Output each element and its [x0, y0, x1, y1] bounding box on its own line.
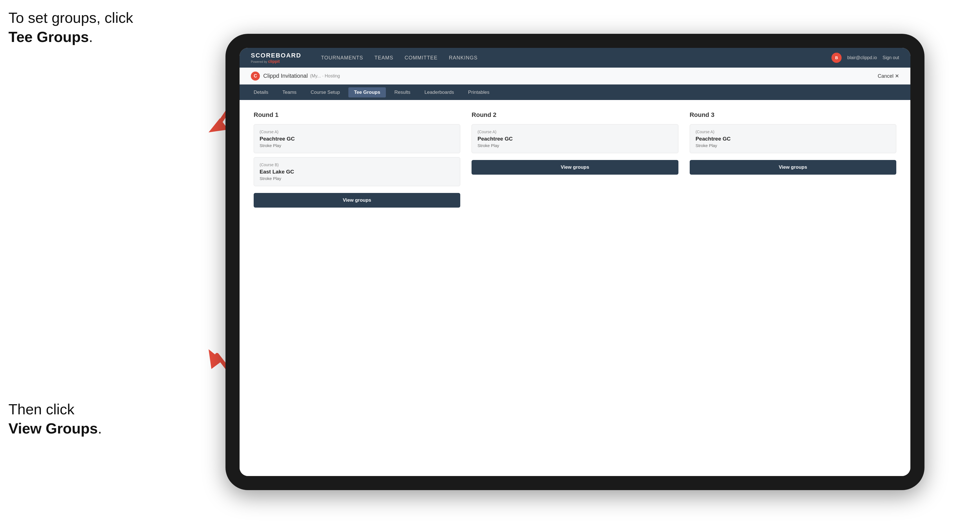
instruction-top-period: . — [89, 29, 93, 45]
tab-teams[interactable]: Teams — [277, 87, 302, 97]
tab-course-setup[interactable]: Course Setup — [305, 87, 345, 97]
sign-out-link[interactable]: Sign out — [883, 55, 899, 60]
round-3-column: Round 3 (Course A) Peachtree GC Stroke P… — [690, 111, 896, 208]
logo-sub: Powered by clippit — [251, 59, 301, 63]
round-1-course-a-label: (Course A) — [259, 130, 454, 134]
tournament-header: C Clippd Invitational (My... · Hosting C… — [240, 68, 910, 84]
round-2-course-a-card: (Course A) Peachtree GC Stroke Play — [471, 124, 678, 153]
nav-right: B blair@clippd.io Sign out — [832, 53, 899, 63]
round-1-course-a-name: Peachtree GC — [259, 136, 454, 142]
round-1-label: Round 1 — [254, 111, 460, 119]
instruction-top-bold: Tee Groups — [8, 29, 89, 45]
svg-marker-3 — [208, 349, 223, 369]
tournament-logo-icon: C — [251, 71, 260, 81]
cancel-button[interactable]: Cancel ✕ — [878, 73, 899, 79]
round-2-course-a-format: Stroke Play — [477, 143, 672, 148]
round-3-course-a-card: (Course A) Peachtree GC Stroke Play — [690, 124, 896, 153]
round-1-view-groups-button[interactable]: View groups — [254, 193, 460, 208]
tab-bar: Details Teams Course Setup Tee Groups Re… — [240, 84, 910, 100]
nav-rankings[interactable]: RANKINGS — [449, 55, 478, 61]
round-2-course-a-label: (Course A) — [477, 130, 672, 134]
round-2-course-a-name: Peachtree GC — [477, 136, 672, 142]
round-3-label: Round 3 — [690, 111, 896, 119]
nav-committee[interactable]: COMMITTEE — [405, 55, 438, 61]
round-3-course-a-name: Peachtree GC — [695, 136, 890, 142]
nav-tournaments[interactable]: TOURNAMENTS — [321, 55, 363, 61]
instruction-bottom-line1: Then click — [8, 401, 75, 417]
nav-links: TOURNAMENTS TEAMS COMMITTEE RANKINGS — [321, 55, 818, 61]
round-1-course-b-format: Stroke Play — [259, 176, 454, 181]
round-3-view-groups-button[interactable]: View groups — [690, 160, 896, 175]
nav-teams[interactable]: TEAMS — [375, 55, 393, 61]
round-1-course-a-format: Stroke Play — [259, 143, 454, 148]
round-3-course-a-label: (Course A) — [695, 130, 890, 134]
logo-text: SCOREBOARD — [251, 52, 301, 59]
round-2-view-groups-button[interactable]: View groups — [471, 160, 678, 175]
instruction-bottom-bold: View Groups — [8, 420, 98, 437]
round-3-course-a-format: Stroke Play — [695, 143, 890, 148]
tournament-name: Clippd Invitational — [263, 73, 308, 79]
instruction-bottom: Then click View Groups. — [8, 400, 102, 438]
logo-area: SCOREBOARD Powered by clippit — [251, 52, 301, 63]
instruction-bottom-period: . — [98, 420, 102, 437]
round-2-column: Round 2 (Course A) Peachtree GC Stroke P… — [471, 111, 678, 208]
tablet-screen: SCOREBOARD Powered by clippit TOURNAMENT… — [240, 48, 910, 476]
round-1-course-b-card: (Course B) East Lake GC Stroke Play — [254, 157, 460, 186]
user-avatar: B — [832, 53, 842, 63]
round-1-course-a-card: (Course A) Peachtree GC Stroke Play — [254, 124, 460, 153]
tablet-device: SCOREBOARD Powered by clippit TOURNAMENT… — [226, 34, 924, 490]
round-1-course-b-name: East Lake GC — [259, 169, 454, 175]
user-email: blair@clippd.io — [847, 55, 877, 60]
tournament-status: (My... · Hosting — [310, 73, 340, 79]
tab-printables[interactable]: Printables — [463, 87, 495, 97]
rounds-grid: Round 1 (Course A) Peachtree GC Stroke P… — [254, 111, 896, 208]
tab-leaderboards[interactable]: Leaderboards — [419, 87, 460, 97]
nav-bar: SCOREBOARD Powered by clippit TOURNAMENT… — [240, 48, 910, 68]
tab-tee-groups[interactable]: Tee Groups — [348, 87, 386, 97]
round-2-label: Round 2 — [471, 111, 678, 119]
instruction-top-line1: To set groups, click — [8, 10, 133, 26]
round-1-column: Round 1 (Course A) Peachtree GC Stroke P… — [254, 111, 460, 208]
tab-results[interactable]: Results — [389, 87, 416, 97]
main-content: Round 1 (Course A) Peachtree GC Stroke P… — [240, 100, 910, 476]
instruction-top: To set groups, click Tee Groups. — [8, 8, 133, 46]
round-1-course-b-label: (Course B) — [259, 162, 454, 167]
tab-details[interactable]: Details — [248, 87, 274, 97]
